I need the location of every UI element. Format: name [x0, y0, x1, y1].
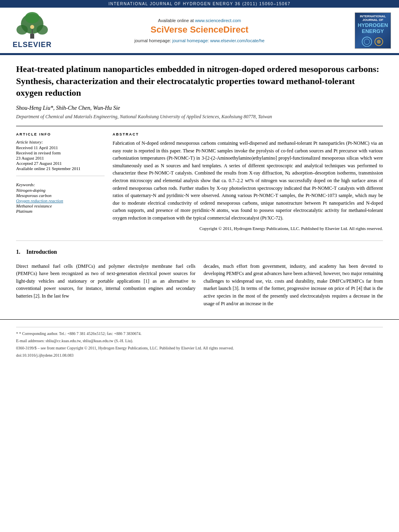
svg-point-2 — [16, 25, 28, 35]
keyword-4: Methanol resistance — [16, 203, 105, 208]
elsevier-wordmark: ELSEVIER — [12, 41, 51, 49]
article-history-group: Article history: Received 11 April 2011 … — [16, 140, 105, 171]
svg-point-7 — [362, 37, 372, 47]
elsevier-logo-section: ELSEVIER — [8, 12, 56, 49]
sciverse-logo: SciVerse ScienceDirect — [150, 25, 248, 35]
available-online-date: Available online 21 September 2011 — [16, 166, 105, 171]
footnote-star: * — [16, 331, 19, 336]
journal-cover-image: INTERNATIONAL JOURNAL OF HYDROGENENERGY — [355, 12, 391, 49]
article-info-abstract: Article Info Article history: Received 1… — [16, 126, 383, 241]
section-number: 1. — [16, 249, 21, 255]
article-info-divider — [16, 176, 105, 176]
intro-paragraph-right: decades, much effort from government, in… — [204, 263, 383, 308]
revised-label: Received in revised form — [16, 150, 105, 155]
article-info-column: Article Info Article history: Received 1… — [16, 132, 105, 234]
article-info-header: Article Info — [16, 132, 105, 136]
revised-date: 23 August 2011 — [16, 156, 105, 160]
svg-point-3 — [37, 25, 48, 35]
sciencedirect-text: ScienceDirect — [190, 25, 249, 35]
keyword-5: Platinum — [16, 209, 105, 214]
journal-cover-title: INTERNATIONAL JOURNAL OF — [357, 14, 389, 22]
corresponding-author-note: * * Corresponding author. Tel.: +886 7 3… — [16, 331, 383, 337]
article-title: Heat-treated platinum nanoparticles embe… — [16, 63, 383, 99]
doi-note: doi:10.1016/j.ijhydene.2011.08.083 — [16, 352, 383, 358]
article-history-label: Article history: — [16, 140, 105, 144]
abstract-header: Abstract — [113, 132, 383, 136]
keyword-2: Mesoporous carbon — [16, 193, 105, 198]
section-title-row: 1. Introduction — [16, 249, 383, 255]
authors: Shou-Heng Liu*, Shih-Che Chen, Wun-Hu Si… — [16, 105, 383, 111]
banner-text: International Journal of Hydrogen Energy… — [109, 2, 291, 6]
svg-point-4 — [25, 12, 39, 23]
footer: * * Corresponding author. Tel.: +886 7 3… — [0, 319, 399, 364]
keyword-1: Nitrogen-doping — [16, 188, 105, 193]
keyword-3: Oxygen reduction reaction — [16, 198, 105, 203]
sciencedirect-link[interactable]: www.sciencedirect.com — [195, 18, 241, 23]
accepted-date: Accepted 27 August 2011 — [16, 161, 105, 166]
corresponding-author-text: * Corresponding author. Tel.: +886 7 381… — [19, 331, 142, 336]
intro-col-left: Direct methanol fuel cells (DMFCs) and p… — [16, 263, 195, 308]
email-note: E-mail addresses: shliu@cc.kuas.edu.tw, … — [16, 338, 383, 344]
journal-cover-subtitle: HYDROGENENERGY — [358, 22, 388, 35]
sciverse-text: SciVerse — [150, 25, 190, 35]
abstract-column: Abstract Fabrication of N-doped ordered … — [113, 132, 383, 234]
elsevier-logo: ELSEVIER — [8, 12, 56, 49]
available-online-text: Available online at www.sciencedirect.co… — [158, 18, 241, 23]
elsevier-tree-icon — [14, 12, 50, 40]
journal-cover-decoration — [361, 35, 385, 47]
svg-rect-0 — [30, 34, 34, 39]
main-content: Heat-treated platinum nanoparticles embe… — [0, 55, 399, 319]
intro-body-columns: Direct methanol fuel cells (DMFCs) and p… — [16, 259, 383, 312]
introduction-section: 1. Introduction Direct methanol fuel cel… — [16, 241, 383, 320]
abstract-copyright: Copyright © 2011, Hydrogen Energy Public… — [113, 225, 383, 232]
intro-paragraph-left: Direct methanol fuel cells (DMFCs) and p… — [16, 263, 195, 300]
abstract-paragraph: Fabrication of N-doped ordered mesoporou… — [113, 140, 383, 222]
journal-cover-section: INTERNATIONAL JOURNAL OF HYDROGENENERGY — [343, 12, 391, 49]
svg-point-8 — [364, 39, 370, 45]
keywords-section: Keywords: Nitrogen-doping Mesoporous car… — [16, 182, 105, 214]
sciencedirect-section: Available online at www.sciencedirect.co… — [60, 18, 339, 43]
abstract-text: Fabrication of N-doped ordered mesoporou… — [113, 140, 383, 232]
page-header: ELSEVIER Available online at www.science… — [0, 8, 399, 54]
intro-col-right: decades, much effort from government, in… — [204, 263, 383, 308]
svg-point-10 — [377, 40, 381, 44]
section-title: Introduction — [27, 249, 57, 255]
journal-homepage-text: journal homepage: journal homepage: www.… — [134, 38, 264, 43]
article-title-section: Heat-treated platinum nanoparticles embe… — [16, 55, 383, 126]
received-date: Received 11 April 2011 — [16, 145, 105, 150]
journal-banner: International Journal of Hydrogen Energy… — [0, 0, 399, 8]
footer-divider — [16, 327, 383, 327]
svg-point-5 — [30, 25, 34, 29]
keywords-label: Keywords: — [16, 182, 105, 187]
journal-homepage-link[interactable]: journal homepage: www.elsevier.com/locat… — [172, 38, 264, 43]
affiliation: Department of Chemical and Materials Eng… — [16, 114, 383, 120]
issn-note: 0360-3199/$ – see front matter Copyright… — [16, 345, 383, 351]
